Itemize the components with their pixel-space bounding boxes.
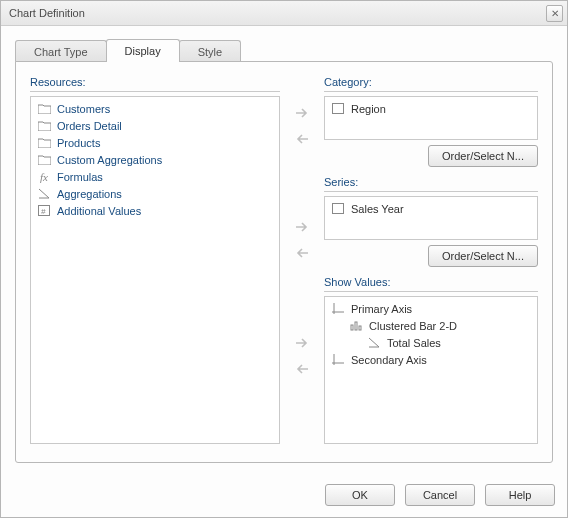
button-label: Order/Select N... — [442, 250, 524, 262]
category-button-row: Order/Select N... — [324, 140, 538, 176]
tab-panel-display: Resources: Customers Orders Detail — [15, 61, 553, 463]
button-label: OK — [352, 489, 368, 501]
field-icon — [331, 102, 345, 115]
show-values-total-sales[interactable]: Total Sales — [327, 334, 535, 351]
resources-item-custom-aggregations[interactable]: Custom Aggregations — [33, 151, 277, 168]
resources-item-label: Additional Values — [57, 205, 141, 217]
svg-rect-6 — [359, 326, 361, 330]
resources-tree[interactable]: Customers Orders Detail Products — [30, 96, 280, 444]
resources-item-orders-detail[interactable]: Orders Detail — [33, 117, 277, 134]
resources-item-aggregations[interactable]: Aggregations — [33, 185, 277, 202]
resources-column: Resources: Customers Orders Detail — [30, 76, 280, 444]
resources-item-customers[interactable]: Customers — [33, 100, 277, 117]
category-item-label: Region — [351, 103, 386, 115]
series-button-row: Order/Select N... — [324, 240, 538, 276]
move-left-button[interactable] — [291, 130, 313, 148]
move-right-button[interactable] — [291, 104, 313, 122]
field-icon — [331, 202, 345, 215]
tab-display[interactable]: Display — [106, 39, 180, 62]
resources-item-label: Formulas — [57, 171, 103, 183]
show-values-clustered-bar[interactable]: Clustered Bar 2-D — [327, 317, 535, 334]
move-left-button[interactable] — [291, 244, 313, 262]
resources-item-label: Customers — [57, 103, 110, 115]
folder-icon — [37, 119, 51, 132]
category-order-select-n-button[interactable]: Order/Select N... — [428, 145, 538, 167]
series-section: Series: Sales Year Order/Select N... — [324, 176, 538, 276]
move-right-button[interactable] — [291, 334, 313, 352]
folder-icon — [37, 102, 51, 115]
dialog-footer: OK Cancel Help — [1, 473, 567, 517]
show-values-primary-axis[interactable]: Primary Axis — [327, 300, 535, 317]
show-values-tree[interactable]: Primary Axis Clustered Bar 2-D — [324, 296, 538, 444]
close-icon: ✕ — [551, 8, 559, 19]
series-arrows — [291, 218, 313, 262]
move-left-button[interactable] — [291, 360, 313, 378]
move-right-button[interactable] — [291, 218, 313, 236]
folder-icon — [37, 136, 51, 149]
formula-icon: fx — [37, 170, 51, 183]
button-label: Order/Select N... — [442, 150, 524, 162]
tree-item-label: Clustered Bar 2-D — [369, 320, 457, 332]
tab-row: Chart Type Display Style — [15, 38, 553, 62]
axis-icon — [331, 302, 345, 315]
chart-definition-dialog: Chart Definition ✕ Chart Type Display St… — [0, 0, 568, 518]
category-label: Category: — [324, 76, 538, 92]
axis-icon — [331, 353, 345, 366]
content-area: Chart Type Display Style Resources: Cust… — [1, 26, 567, 473]
window-title: Chart Definition — [9, 7, 546, 19]
series-list[interactable]: Sales Year — [324, 196, 538, 240]
svg-rect-3 — [333, 204, 344, 214]
tab-style[interactable]: Style — [179, 40, 241, 62]
titlebar: Chart Definition ✕ — [1, 1, 567, 26]
resources-item-formulas[interactable]: fx Formulas — [33, 168, 277, 185]
right-column: Category: Region Order/Select N... — [324, 76, 538, 444]
show-values-label: Show Values: — [324, 276, 538, 292]
svg-text:#: # — [41, 207, 46, 216]
series-order-select-n-button[interactable]: Order/Select N... — [428, 245, 538, 267]
resources-item-label: Custom Aggregations — [57, 154, 162, 166]
number-icon: # — [37, 204, 51, 217]
resources-item-products[interactable]: Products — [33, 134, 277, 151]
move-arrows-column — [290, 76, 314, 444]
series-item-label: Sales Year — [351, 203, 404, 215]
help-button[interactable]: Help — [485, 484, 555, 506]
category-arrows — [291, 104, 313, 148]
resources-item-label: Orders Detail — [57, 120, 122, 132]
button-label: Help — [509, 489, 532, 501]
show-values-section: Show Values: Primary Axis Cl — [324, 276, 538, 444]
button-label: Cancel — [423, 489, 457, 501]
tree-item-label: Total Sales — [387, 337, 441, 349]
ok-button[interactable]: OK — [325, 484, 395, 506]
tree-item-label: Secondary Axis — [351, 354, 427, 366]
resources-item-additional-values[interactable]: # Additional Values — [33, 202, 277, 219]
tab-display-label: Display — [125, 45, 161, 57]
close-button[interactable]: ✕ — [546, 5, 563, 22]
svg-rect-4 — [351, 325, 353, 330]
series-item-sales-year[interactable]: Sales Year — [327, 200, 535, 217]
svg-rect-2 — [333, 104, 344, 114]
resources-item-label: Products — [57, 137, 100, 149]
resources-item-label: Aggregations — [57, 188, 122, 200]
showvalues-arrows — [291, 334, 313, 378]
category-item-region[interactable]: Region — [327, 100, 535, 117]
category-list[interactable]: Region — [324, 96, 538, 140]
folder-icon — [37, 153, 51, 166]
tree-item-label: Primary Axis — [351, 303, 412, 315]
resources-label: Resources: — [30, 76, 280, 92]
tab-chart-type[interactable]: Chart Type — [15, 40, 107, 62]
series-label: Series: — [324, 176, 538, 192]
aggregation-icon — [367, 336, 381, 349]
aggregation-icon — [37, 187, 51, 200]
cancel-button[interactable]: Cancel — [405, 484, 475, 506]
tab-style-label: Style — [198, 46, 222, 58]
tab-chart-type-label: Chart Type — [34, 46, 88, 58]
show-values-secondary-axis[interactable]: Secondary Axis — [327, 351, 535, 368]
bar-chart-icon — [349, 319, 363, 332]
category-section: Category: Region Order/Select N... — [324, 76, 538, 176]
svg-rect-5 — [355, 322, 357, 330]
